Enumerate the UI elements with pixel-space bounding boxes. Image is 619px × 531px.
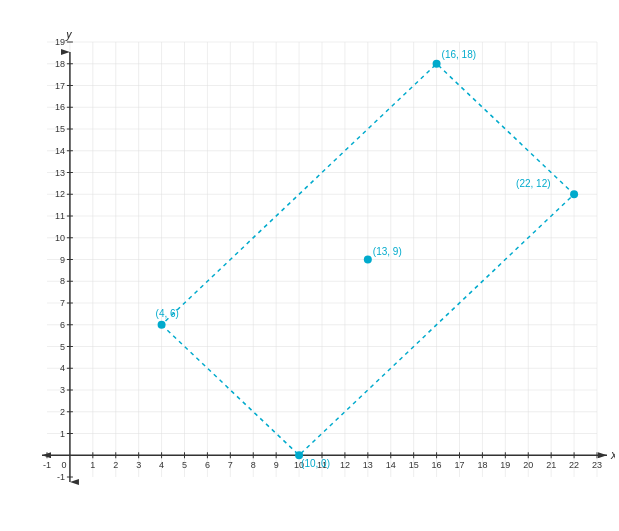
svg-text:y: y bbox=[65, 32, 73, 41]
svg-text:19: 19 bbox=[500, 460, 510, 470]
svg-text:5: 5 bbox=[182, 460, 187, 470]
svg-text:10: 10 bbox=[55, 232, 65, 242]
svg-text:3: 3 bbox=[136, 460, 141, 470]
vertex-dot bbox=[433, 59, 441, 67]
svg-text:15: 15 bbox=[55, 124, 65, 134]
svg-text:23: 23 bbox=[592, 460, 602, 470]
vertex-dot bbox=[570, 190, 578, 198]
svg-text:20: 20 bbox=[523, 460, 533, 470]
vertex-label: (10, 0) bbox=[301, 458, 330, 469]
svg-text:13: 13 bbox=[363, 460, 373, 470]
svg-text:8: 8 bbox=[251, 460, 256, 470]
svg-text:16: 16 bbox=[432, 460, 442, 470]
svg-text:14: 14 bbox=[386, 460, 396, 470]
coordinate-graph: // Graph layout // Left margin: 40px, bo… bbox=[5, 32, 615, 512]
svg-text:2: 2 bbox=[60, 406, 65, 416]
svg-text:19: 19 bbox=[55, 37, 65, 47]
svg-text:1: 1 bbox=[60, 428, 65, 438]
svg-text:16: 16 bbox=[55, 102, 65, 112]
svg-text:1: 1 bbox=[90, 460, 95, 470]
vertex-dot bbox=[158, 320, 166, 328]
tick-marks: xy-1123456789101112131415161718192021222… bbox=[43, 32, 615, 482]
problem-description bbox=[0, 0, 619, 32]
svg-text:6: 6 bbox=[60, 319, 65, 329]
svg-text:14: 14 bbox=[55, 145, 65, 155]
svg-text:7: 7 bbox=[60, 298, 65, 308]
svg-text:13: 13 bbox=[55, 167, 65, 177]
svg-text:x: x bbox=[610, 448, 615, 462]
svg-text:-1: -1 bbox=[57, 472, 65, 482]
svg-text:11: 11 bbox=[55, 211, 65, 221]
grid-lines bbox=[47, 42, 597, 477]
vertex-label: (16, 18) bbox=[442, 48, 476, 59]
svg-text:-1: -1 bbox=[43, 460, 51, 470]
midpoint-dot bbox=[364, 255, 372, 263]
svg-text:21: 21 bbox=[546, 460, 556, 470]
svg-text:4: 4 bbox=[159, 460, 164, 470]
svg-text:9: 9 bbox=[60, 254, 65, 264]
midpoint-label: (13, 9) bbox=[373, 245, 402, 256]
svg-text:9: 9 bbox=[274, 460, 279, 470]
svg-text:12: 12 bbox=[340, 460, 350, 470]
svg-text:6: 6 bbox=[205, 460, 210, 470]
svg-text:5: 5 bbox=[60, 341, 65, 351]
axes bbox=[42, 52, 607, 482]
vertex-points: (4, 6)(10, 0)(22, 12)(16, 18)(13, 9) bbox=[156, 48, 579, 469]
svg-text:8: 8 bbox=[60, 276, 65, 286]
svg-text:4: 4 bbox=[60, 363, 65, 373]
svg-text:15: 15 bbox=[409, 460, 419, 470]
svg-text:3: 3 bbox=[60, 385, 65, 395]
svg-text:18: 18 bbox=[55, 58, 65, 68]
svg-text:17: 17 bbox=[454, 460, 464, 470]
svg-text:12: 12 bbox=[55, 189, 65, 199]
svg-text:7: 7 bbox=[228, 460, 233, 470]
svg-text:17: 17 bbox=[55, 80, 65, 90]
svg-text:22: 22 bbox=[569, 460, 579, 470]
vertex-label: (4, 6) bbox=[156, 307, 179, 318]
svg-text:2: 2 bbox=[113, 460, 118, 470]
svg-text:0: 0 bbox=[61, 460, 66, 470]
vertex-label: (22, 12) bbox=[516, 178, 550, 189]
svg-text:18: 18 bbox=[477, 460, 487, 470]
